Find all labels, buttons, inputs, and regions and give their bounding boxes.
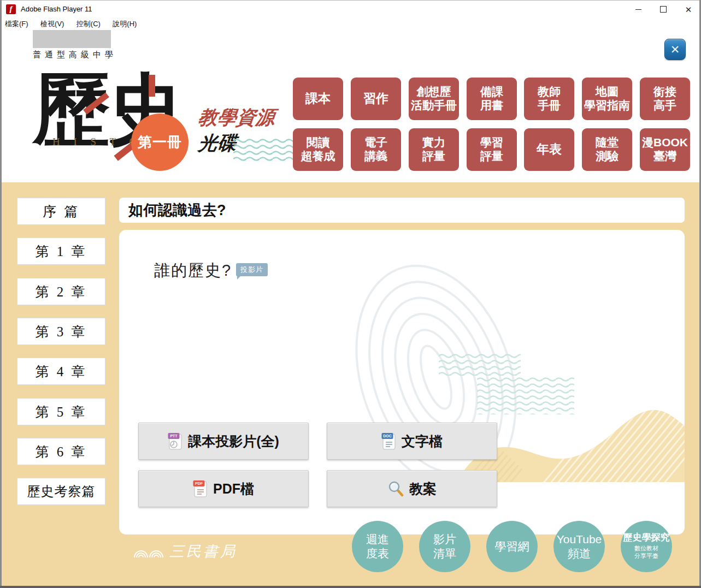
sidebar-item-preface[interactable]: 序 篇	[17, 198, 105, 225]
resource-button-bridging[interactable]: 銜接 高手	[640, 78, 690, 120]
resource-button-learning-test[interactable]: 學習 評量	[467, 128, 517, 171]
close-app-button[interactable]: ✕	[664, 39, 686, 60]
slides-all-button[interactable]: PTT 課本投影片(全)	[138, 423, 309, 460]
resource-button-teacher-manual[interactable]: 教師 手冊	[524, 78, 574, 120]
window-border	[0, 0, 2, 588]
tagline-resource: 教學資源	[197, 105, 276, 130]
maximize-button[interactable]	[651, 1, 676, 18]
doc-file-icon: DOC	[381, 432, 396, 450]
window-title: Adobe Flash Player 11	[21, 5, 92, 13]
flash-player-window: f Adobe Flash Player 11 ✕ 檔案(F) 檢視(V) 控制…	[0, 0, 701, 588]
content-panel: 誰的歷史? 投影片 PTT 課本投影片(全) DOC 文字檔	[119, 230, 685, 534]
window-border	[0, 586, 701, 588]
resource-button-chronology[interactable]: 年表	[524, 128, 574, 171]
section-title: 如何認識過去?	[128, 200, 226, 220]
file-button-label: 文字檔	[402, 432, 443, 450]
menu-view[interactable]: 檢視(V)	[36, 17, 69, 29]
resource-button-lesson-prep[interactable]: 備課 用書	[467, 78, 517, 120]
sidebar-item-chapter-3[interactable]: 第 3 章	[17, 318, 105, 345]
svg-text:PDF: PDF	[195, 482, 203, 485]
resource-button-activity-handbook[interactable]: 創想歷 活動手冊	[409, 78, 459, 120]
topic-title: 誰的歷史?	[154, 260, 232, 282]
menu-help[interactable]: 說明(H)	[108, 17, 142, 29]
circle-title: 歷史學探究	[623, 533, 670, 543]
school-type-label: 普通型高級中學	[33, 50, 117, 60]
sanmin-arcs-icon	[133, 543, 165, 560]
lesson-plan-button[interactable]: 教案	[327, 470, 497, 507]
sidebar-item-chapter-2[interactable]: 第 2 章	[17, 278, 105, 305]
resource-button-quiz[interactable]: 隨堂 測驗	[582, 128, 632, 171]
resource-button-ability-test[interactable]: 實力 評量	[409, 128, 459, 171]
close-window-button[interactable]: ✕	[676, 1, 701, 18]
sidebar-item-chapter-4[interactable]: 第 4 章	[17, 358, 105, 385]
sidebar-item-chapter-5[interactable]: 第 5 章	[17, 398, 105, 425]
slides-tag: 投影片	[236, 263, 268, 276]
close-icon: ✕	[685, 5, 692, 14]
resource-button-map-guide[interactable]: 地圖 學習指南	[582, 78, 632, 120]
resource-button-reading[interactable]: 閱讀 超養成	[293, 128, 343, 171]
section-title-bar: 如何認識過去?	[119, 198, 685, 223]
file-button-label: 課本投影片(全)	[188, 432, 279, 450]
learning-site-circle[interactable]: 學習網	[486, 521, 538, 572]
publisher-logo: 三民書局	[133, 542, 237, 561]
svg-text:PTT: PTT	[170, 434, 178, 438]
sidebar-item-field-study[interactable]: 歷史考察篇	[17, 478, 105, 505]
resource-button-comic-taiwan[interactable]: 漫BOOK 臺灣	[640, 128, 690, 171]
menu-file[interactable]: 檔案(F)	[0, 17, 33, 29]
file-button-label: 教案	[409, 480, 437, 498]
history-inquiry-circle[interactable]: 歷史學探究 數位教材 分享平臺	[621, 521, 672, 572]
video-list-circle[interactable]: 影片 清單	[419, 521, 470, 572]
magnifier-icon	[387, 480, 404, 497]
file-button-label: PDF檔	[213, 480, 254, 498]
resource-button-e-lecture[interactable]: 電子 講義	[351, 128, 401, 171]
menu-bar: 檔案(F) 檢視(V) 控制(C) 說明(H)	[0, 17, 701, 30]
pdf-file-icon: PDF	[193, 480, 208, 498]
ppt-file-icon: PTT	[168, 432, 182, 450]
tagline-disc: 光碟	[197, 130, 238, 156]
flash-player-icon: f	[6, 4, 16, 14]
minimize-button[interactable]	[626, 1, 651, 18]
title-bar: f Adobe Flash Player 11 ✕	[0, 0, 701, 18]
pdf-file-button[interactable]: PDF PDF檔	[138, 470, 309, 507]
sidebar-item-chapter-1[interactable]: 第 1 章	[17, 237, 105, 265]
maximize-icon	[660, 6, 667, 13]
logo-red-accent	[149, 75, 155, 97]
wave-decoration	[439, 353, 521, 376]
text-file-button[interactable]: DOC 文字檔	[327, 423, 497, 460]
circle-subtitle: 數位教材 分享平臺	[634, 544, 658, 560]
volume-badge: 第一冊	[131, 114, 188, 171]
weekly-schedule-circle[interactable]: 週進 度表	[352, 521, 403, 572]
resource-button-textbook[interactable]: 課本	[293, 78, 343, 120]
publisher-name: 三民書局	[169, 542, 237, 561]
youtube-channel-circle[interactable]: YouTube 頻道	[553, 521, 605, 572]
svg-text:DOC: DOC	[383, 434, 392, 438]
redacted-logo	[33, 30, 111, 48]
resource-button-workbook[interactable]: 習作	[351, 78, 401, 120]
sidebar-item-chapter-6[interactable]: 第 6 章	[17, 438, 105, 465]
minimize-icon	[635, 9, 641, 10]
menu-control[interactable]: 控制(C)	[72, 17, 105, 29]
wave-decoration	[233, 138, 299, 162]
